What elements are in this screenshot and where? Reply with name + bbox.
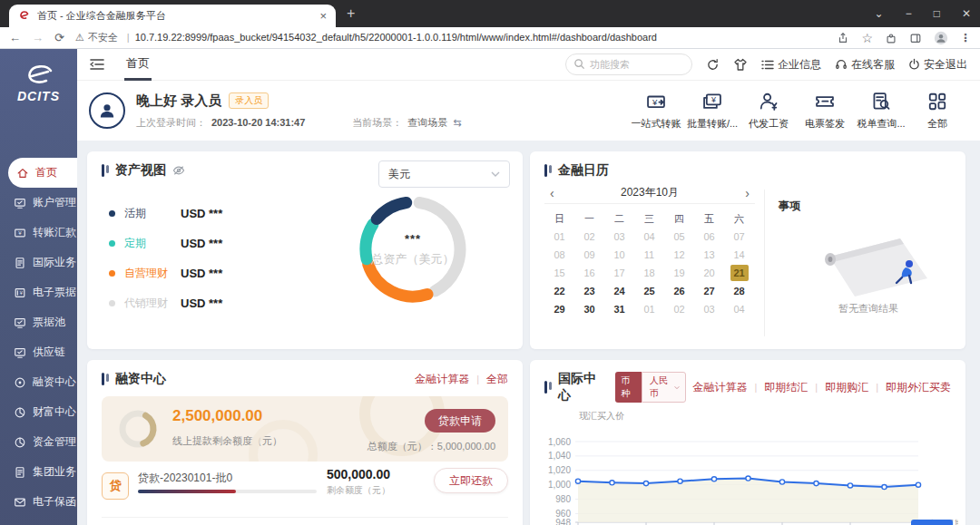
calendar-day[interactable]: 12 — [664, 246, 694, 264]
back-icon[interactable]: ← — [9, 31, 21, 44]
sidebar-item-9[interactable]: 资金管理 — [0, 427, 77, 457]
quick-action-3[interactable]: 电票签发 — [797, 92, 853, 131]
calendar-day[interactable]: 30 — [574, 300, 604, 318]
calendar-day[interactable]: 25 — [634, 282, 664, 300]
intl-link-1[interactable]: 即期结汇 — [764, 380, 808, 395]
sidebar-item-1[interactable]: 账户管理 — [0, 188, 77, 218]
calendar-day[interactable]: 19 — [664, 264, 694, 282]
sidebar-item-11[interactable]: 电子保函 — [0, 487, 77, 517]
bookmark-star-icon[interactable]: ☆ — [861, 31, 873, 45]
tab-close-icon[interactable]: × — [319, 9, 327, 23]
logout-link[interactable]: 安全退出 — [908, 57, 967, 73]
calendar-day[interactable]: 13 — [694, 246, 724, 264]
power-icon — [908, 58, 920, 71]
calendar-day[interactable]: 04 — [724, 300, 754, 318]
quick-action-0[interactable]: ¥一站式转账 — [628, 92, 684, 131]
calendar-day[interactable]: 18 — [634, 264, 664, 282]
calendar-day[interactable]: 15 — [544, 264, 574, 282]
intl-link-3[interactable]: 即期外汇买卖 — [886, 380, 951, 395]
online-service-link[interactable]: 在线客服 — [835, 57, 895, 73]
repay-now-button[interactable]: 立即还款 — [434, 468, 508, 493]
quick-action-1[interactable]: ¥批量转账/... — [684, 92, 740, 131]
sidebar-item-3[interactable]: 国际业务 — [0, 248, 77, 277]
quick-action-2[interactable]: 代发工资 — [740, 92, 797, 131]
user-avatar-icon[interactable] — [89, 92, 125, 129]
calendar-day[interactable]: 29 — [544, 300, 574, 318]
calendar-day[interactable]: 06 — [694, 228, 724, 246]
company-info-link[interactable]: 企业信息 — [761, 57, 821, 73]
profile-avatar-icon[interactable] — [934, 31, 948, 45]
browser-tab[interactable]: 首页 - 企业综合金融服务平台 × — [9, 5, 336, 27]
calendar-day[interactable]: 05 — [664, 228, 694, 246]
calendar-day[interactable]: 24 — [604, 282, 634, 300]
calendar-day[interactable]: 20 — [694, 264, 724, 282]
refresh-icon[interactable] — [706, 58, 720, 72]
monitor-icon — [14, 197, 26, 209]
calendar-day[interactable]: 03 — [694, 300, 724, 318]
url-field[interactable]: ⚠不安全|10.7.19.22:8999/fpaas_bucket/941540… — [75, 31, 827, 44]
calendar-day[interactable]: 09 — [574, 246, 604, 264]
sidebar-item-7[interactable]: 融资中心 — [0, 367, 77, 397]
eye-off-icon[interactable] — [172, 165, 185, 176]
calendar-day[interactable]: 10 — [604, 246, 634, 264]
new-tab-button[interactable]: + — [347, 5, 355, 22]
sidebar-item-0[interactable]: 首页 — [8, 158, 77, 188]
calendar-day-selected[interactable]: 21 — [724, 264, 754, 282]
view-all-link[interactable]: 全部 — [486, 372, 508, 387]
svg-text:¥: ¥ — [20, 290, 24, 296]
side-panel-icon[interactable] — [909, 32, 922, 44]
calendar-day[interactable]: 07 — [724, 228, 754, 246]
calendar-day[interactable]: 01 — [634, 300, 664, 318]
calendar-day[interactable]: 02 — [574, 228, 604, 246]
calendar-day[interactable]: 26 — [664, 282, 694, 300]
sidebar-item-5[interactable]: 票据池 — [0, 307, 77, 337]
calendar-prev-icon[interactable]: ‹ — [550, 186, 554, 200]
sidebar-item-4[interactable]: ¥电子票据 — [0, 277, 77, 307]
tab-home[interactable]: 首页 — [124, 49, 152, 81]
intl-link-0[interactable]: 金融计算器 — [692, 380, 747, 395]
calendar-next-icon[interactable]: › — [745, 186, 750, 200]
sidebar-item-10[interactable]: 集团业务 — [0, 457, 77, 487]
window-close-icon[interactable]: ✕ — [962, 7, 971, 20]
calendar-day[interactable]: 28 — [724, 282, 754, 300]
window-chevron-icon[interactable]: ⌄ — [875, 7, 884, 20]
forward-icon[interactable]: → — [32, 31, 44, 44]
reload-icon[interactable]: ⟳ — [54, 31, 64, 44]
quick-action-label: 电票签发 — [805, 117, 845, 131]
calendar-day[interactable]: 03 — [604, 228, 634, 246]
sidebar-item-6[interactable]: 供应链 — [0, 337, 77, 367]
bill-icon: ¥ — [14, 287, 26, 299]
switch-scene-icon[interactable]: ⇆ — [453, 117, 461, 129]
calendar-weekday: 一 — [574, 209, 604, 228]
finance-calculator-link[interactable]: 金融计算器 — [415, 372, 469, 387]
loan-apply-button[interactable]: 贷款申请 — [425, 409, 495, 433]
calendar-day[interactable]: 04 — [634, 228, 664, 246]
greeting-bar: 晚上好 录入员 录入员 上次登录时间： 2023-10-20 14:31:47 … — [77, 81, 980, 141]
calendar-day[interactable]: 17 — [604, 264, 634, 282]
quick-action-4[interactable]: 税单查询... — [853, 92, 909, 131]
calendar-day[interactable]: 31 — [604, 300, 634, 318]
calendar-day[interactable]: 22 — [544, 282, 574, 300]
collapse-menu-icon[interactable] — [90, 58, 104, 71]
chrome-menu-icon[interactable]: ⋮ — [960, 32, 971, 44]
sidebar-item-2[interactable]: ¥转账汇款 — [0, 218, 77, 248]
partial-blue-button[interactable] — [911, 520, 953, 525]
calendar-day[interactable]: 23 — [574, 282, 604, 300]
window-minimize-icon[interactable]: − — [906, 7, 912, 20]
intl-link-2[interactable]: 即期购汇 — [825, 380, 868, 395]
calendar-day[interactable]: 16 — [574, 264, 604, 282]
calendar-day[interactable]: 02 — [664, 300, 694, 318]
theme-skin-icon[interactable] — [733, 58, 748, 72]
window-restore-icon[interactable]: □ — [934, 7, 940, 20]
extensions-icon[interactable] — [885, 32, 897, 44]
share-icon[interactable] — [837, 32, 849, 44]
sidebar: DCITS 首页账户管理¥转账汇款国际业务¥电子票据票据池供应链融资中心财富中心… — [0, 49, 77, 525]
quick-action-5[interactable]: 全部 — [909, 92, 965, 131]
calendar-day[interactable]: 11 — [634, 246, 664, 264]
donut-center-value: *** — [405, 232, 421, 246]
calendar-day[interactable]: 14 — [724, 246, 754, 264]
calendar-day[interactable]: 01 — [544, 228, 574, 246]
sidebar-item-8[interactable]: 财富中心 — [0, 397, 77, 427]
calendar-day[interactable]: 08 — [544, 246, 574, 264]
calendar-day[interactable]: 27 — [694, 282, 724, 300]
